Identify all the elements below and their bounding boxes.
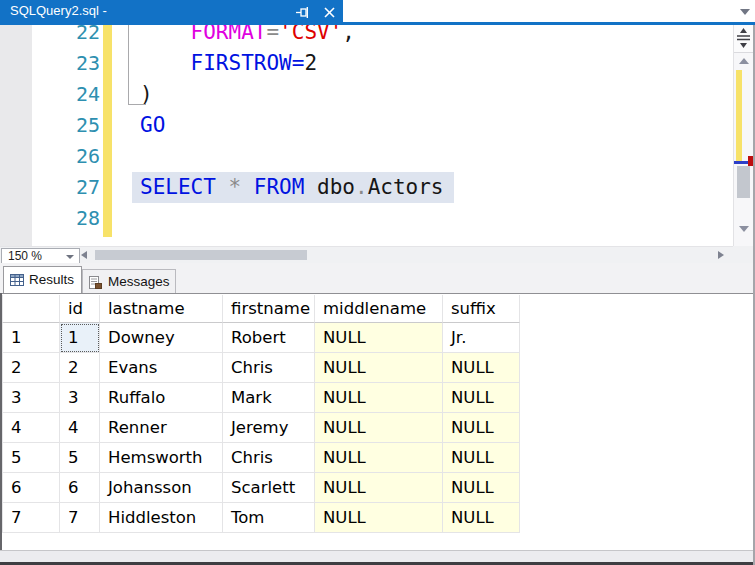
scroll-left-arrow[interactable]: [81, 251, 87, 259]
grid-cell-firstname[interactable]: Scarlett: [223, 473, 315, 503]
grid-cell-suffix[interactable]: NULL: [443, 473, 520, 503]
row-number-cell[interactable]: 1: [2, 323, 60, 353]
row-number-cell[interactable]: 7: [2, 503, 60, 533]
table-row: 66JohanssonScarlettNULLNULL: [2, 473, 520, 503]
grid-cell-lastname[interactable]: Johansson: [100, 473, 223, 503]
grid-cell-id[interactable]: 7: [60, 503, 100, 533]
table-row: 22EvansChrisNULLNULL: [2, 353, 520, 383]
grid-cell-firstname[interactable]: Jeremy: [223, 413, 315, 443]
close-icon[interactable]: [322, 4, 337, 19]
grid-cell-firstname[interactable]: Chris: [223, 353, 315, 383]
table-row: 44RennerJeremyNULLNULL: [2, 413, 520, 443]
grid-cell-middlename[interactable]: NULL: [315, 473, 443, 503]
grid-header-row: idlastnamefirstnamemiddlenamesuffix: [2, 295, 520, 323]
zoom-level-value: 150 %: [8, 249, 42, 263]
grid-cell-middlename[interactable]: NULL: [315, 413, 443, 443]
panel-left-border: [0, 293, 2, 562]
grid-cell-id[interactable]: 5: [60, 443, 100, 473]
split-editor-handle[interactable]: [734, 25, 753, 53]
grid-cell-suffix[interactable]: NULL: [443, 503, 520, 533]
code-text[interactable]: SELECT * FROM dbo.Actors: [132, 172, 454, 203]
grid-cell-firstname[interactable]: Robert: [223, 323, 315, 353]
zoom-level-dropdown[interactable]: 150 %: [1, 248, 80, 264]
grid-cell-lastname[interactable]: Hemsworth: [100, 443, 223, 473]
column-header-id[interactable]: id: [60, 295, 100, 323]
select-all-corner[interactable]: [2, 295, 60, 323]
table-row: 77HiddlestonTomNULLNULL: [2, 503, 520, 533]
document-tab-strip: SQLQuery2.sql -: [0, 0, 755, 25]
line-number: 27: [20, 172, 100, 203]
row-number-cell[interactable]: 4: [2, 413, 60, 443]
table-row: 33RuffaloMarkNULLNULL: [2, 383, 520, 413]
line-number: 26: [20, 141, 100, 172]
column-header-suffix[interactable]: suffix: [443, 295, 520, 323]
editor-bottom-bar: 150 %: [0, 246, 733, 263]
tab-list-dropdown-icon[interactable]: [740, 9, 750, 15]
ssms-window: 22 FORMAT='CSV',23 FIRSTROW=224)25GO2627…: [0, 0, 755, 565]
tab-messages[interactable]: Messages: [82, 269, 176, 293]
grid-cell-middlename[interactable]: NULL: [315, 323, 443, 353]
scroll-right-arrow[interactable]: [718, 251, 724, 259]
code-text[interactable]: ): [140, 79, 153, 110]
grid-cell-id[interactable]: 2: [60, 353, 100, 383]
grid-cell-id[interactable]: 3: [60, 383, 100, 413]
row-number-cell[interactable]: 3: [2, 383, 60, 413]
grid-cell-middlename[interactable]: NULL: [315, 353, 443, 383]
pin-icon[interactable]: [295, 4, 310, 19]
modified-lines-bar: [103, 25, 112, 237]
line-number: 25: [20, 110, 100, 141]
document-title: SQLQuery2.sql -: [10, 0, 107, 22]
grid-cell-firstname[interactable]: Tom: [223, 503, 315, 533]
grid-cell-lastname[interactable]: Ruffalo: [100, 383, 223, 413]
scrollbar-change-annotation: [736, 70, 742, 161]
line-number: 24: [20, 79, 100, 110]
row-number-cell[interactable]: 5: [2, 443, 60, 473]
block-structure-guide: [128, 25, 129, 105]
tab-results-label: Results: [29, 267, 74, 293]
table-row: 55HemsworthChrisNULLNULL: [2, 443, 520, 473]
row-number-cell[interactable]: 6: [2, 473, 60, 503]
results-grid: idlastnamefirstnamemiddlenamesuffix11Dow…: [2, 295, 520, 533]
grid-cell-firstname[interactable]: Chris: [223, 443, 315, 473]
grid-cell-lastname[interactable]: Downey: [100, 323, 223, 353]
vertical-scrollbar[interactable]: [733, 25, 753, 246]
tab-messages-label: Messages: [108, 270, 170, 294]
vertical-scroll-thumb[interactable]: [737, 166, 750, 198]
table-row: 11DowneyRobertNULLJr.: [2, 323, 520, 353]
chevron-down-icon: [66, 255, 74, 259]
grid-cell-id[interactable]: 4: [60, 413, 100, 443]
grid-cell-id[interactable]: 1: [60, 323, 100, 353]
scroll-down-arrow[interactable]: [739, 226, 749, 232]
horizontal-scroll-thumb[interactable]: [95, 250, 307, 260]
grid-cell-suffix[interactable]: NULL: [443, 353, 520, 383]
grid-cell-middlename[interactable]: NULL: [315, 443, 443, 473]
row-number-cell[interactable]: 2: [2, 353, 60, 383]
code-text[interactable]: GO: [140, 110, 165, 141]
line-number: 23: [20, 48, 100, 79]
grid-cell-firstname[interactable]: Mark: [223, 383, 315, 413]
column-header-firstname[interactable]: firstname: [223, 295, 315, 323]
window-bottom-strip: [0, 550, 755, 562]
scrollbar-corner: [733, 246, 755, 263]
grid-cell-suffix[interactable]: NULL: [443, 383, 520, 413]
results-grid-panel: idlastnamefirstnamemiddlenamesuffix11Dow…: [0, 293, 755, 550]
sql-code-editor[interactable]: 22 FORMAT='CSV',23 FIRSTROW=224)25GO2627…: [0, 0, 733, 246]
column-header-lastname[interactable]: lastname: [100, 295, 223, 323]
code-text[interactable]: FIRSTROW=2: [140, 48, 317, 79]
grid-cell-suffix[interactable]: Jr.: [443, 323, 520, 353]
grid-cell-suffix[interactable]: NULL: [443, 443, 520, 473]
grid-cell-lastname[interactable]: Renner: [100, 413, 223, 443]
grid-cell-middlename[interactable]: NULL: [315, 383, 443, 413]
grid-cell-suffix[interactable]: NULL: [443, 413, 520, 443]
grid-cell-lastname[interactable]: Hiddleston: [100, 503, 223, 533]
grid-cell-id[interactable]: 6: [60, 473, 100, 503]
results-pane-tab-bar: Results Messages: [0, 263, 755, 293]
column-header-middlename[interactable]: middlename: [315, 295, 443, 323]
scroll-up-arrow[interactable]: [739, 58, 749, 64]
grid-cell-middlename[interactable]: NULL: [315, 503, 443, 533]
grid-cell-lastname[interactable]: Evans: [100, 353, 223, 383]
results-grid-icon: [10, 274, 24, 287]
tab-results[interactable]: Results: [3, 266, 82, 293]
messages-icon: [89, 276, 102, 289]
document-tab[interactable]: SQLQuery2.sql -: [0, 0, 343, 22]
